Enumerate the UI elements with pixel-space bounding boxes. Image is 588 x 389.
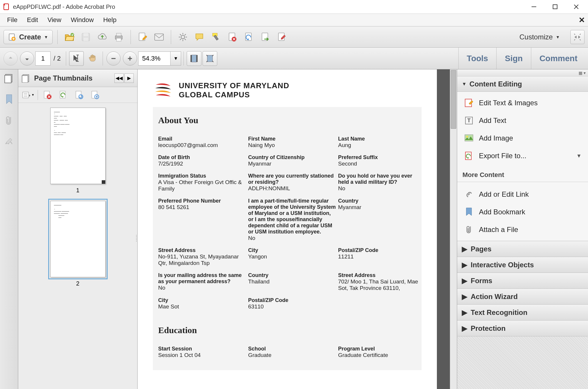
svg-rect-13 [116, 38, 121, 41]
attachments-tab-icon[interactable] [3, 114, 16, 127]
create-button[interactable]: Create ▼ [4, 30, 53, 44]
maximize-button[interactable] [544, 0, 566, 14]
thumbnails-tab-icon[interactable] [3, 72, 16, 85]
svg-rect-12 [116, 33, 121, 36]
svg-point-61 [466, 136, 468, 138]
page-number-input[interactable] [35, 51, 51, 66]
svg-rect-2 [553, 5, 557, 9]
document-scroll[interactable]: UNIVERSITY OF MARYLANDGLOBAL CAMPUS Abou… [138, 69, 450, 389]
extract-page-button[interactable] [258, 30, 272, 44]
sign-tab[interactable]: Sign [496, 48, 531, 69]
thumb-delete-button[interactable] [41, 89, 54, 101]
tools-tab[interactable]: Tools [458, 48, 497, 69]
app-icon [3, 3, 10, 10]
add-image-button[interactable]: Add Image [457, 129, 588, 147]
svg-rect-38 [192, 55, 196, 62]
close-button[interactable] [566, 0, 587, 14]
umgc-logo-icon [153, 81, 173, 99]
comment-bubble-button[interactable] [192, 30, 206, 44]
svg-text:T: T [467, 118, 471, 123]
menu-file[interactable]: File [2, 14, 22, 26]
settings-button[interactable] [176, 30, 190, 44]
add-link-button[interactable]: Add or Edit Link [457, 186, 588, 203]
svg-line-24 [180, 39, 181, 40]
svg-rect-39 [191, 55, 192, 62]
edit-text-images-button[interactable]: Edit Text & Images [457, 94, 588, 112]
document-close-button[interactable]: ✕ [579, 16, 585, 25]
highlight-button[interactable] [209, 30, 223, 44]
window-title: eAppPDFLWC.pdf - Adobe Acrobat Pro [13, 4, 115, 10]
thumbnails-panel: Page Thumbnails ◀◀ ▶ ▼ ▬▬▬▬━▬▬▬ ▬▬ ▬▬▬▬▬… [18, 69, 138, 389]
select-tool[interactable] [69, 51, 84, 66]
content-editing-header[interactable]: ▼Content Editing [457, 76, 588, 92]
pages-section[interactable]: ▶Pages [457, 241, 588, 257]
signatures-tab-icon[interactable] [3, 135, 16, 148]
action-wizard-section[interactable]: ▶Action Wizard [457, 288, 588, 304]
panel-options-button[interactable]: ▦ ▾ [457, 69, 588, 76]
print-button[interactable] [112, 30, 126, 44]
comment-tab[interactable]: Comment [531, 48, 586, 69]
mail-button[interactable] [152, 30, 166, 44]
thumb-rotate-button[interactable] [57, 89, 70, 101]
cloud-button[interactable] [95, 30, 109, 44]
thumb-collapse-button[interactable]: ◀◀ [114, 74, 124, 83]
svg-line-22 [185, 39, 186, 40]
hand-tool[interactable] [85, 51, 100, 66]
text-recognition-section[interactable]: ▶Text Recognition [457, 304, 588, 320]
open-button[interactable] [62, 30, 76, 44]
expand-toolbar-button[interactable] [570, 30, 584, 44]
zoom-value[interactable]: 54.3% [138, 51, 171, 66]
minimize-button[interactable] [523, 0, 544, 14]
navigation-toolbar: / 2 54.3% ▼ Tools Sign Comment [0, 48, 588, 69]
section-about-you: About You [158, 115, 416, 125]
fit-page-button[interactable] [203, 51, 217, 66]
section-education: Education [158, 325, 416, 335]
main-toolbar: Create ▼ Customize▼ [0, 26, 588, 48]
nav-strip [0, 69, 18, 389]
forms-section[interactable]: ▶Forms [457, 273, 588, 288]
interactive-objects-section[interactable]: ▶Interactive Objects [457, 257, 588, 273]
zoom-dropdown[interactable]: ▼ [171, 51, 181, 66]
svg-rect-41 [207, 55, 213, 62]
add-bookmark-button[interactable]: Add Bookmark [457, 203, 588, 221]
page-total-label: / 2 [54, 55, 61, 62]
menu-view[interactable]: View [43, 14, 66, 26]
zoom-in-button[interactable] [123, 51, 137, 66]
edit-page-button[interactable] [275, 30, 289, 44]
more-content-header: More Content [457, 167, 588, 182]
customize-button[interactable]: Customize▼ [515, 33, 564, 41]
delete-page-button[interactable] [225, 30, 239, 44]
vertical-scrollbar[interactable] [450, 69, 457, 389]
bookmarks-tab-icon[interactable] [3, 93, 16, 106]
prev-page-button[interactable] [4, 51, 18, 66]
next-page-button[interactable] [20, 51, 34, 66]
thumb-next-button[interactable]: ▶ [124, 74, 134, 83]
title-bar: eAppPDFLWC.pdf - Adobe Acrobat Pro [0, 0, 588, 14]
fit-width-button[interactable] [187, 51, 201, 66]
menu-window[interactable]: Window [66, 14, 98, 26]
thumb-extract-button[interactable] [88, 89, 101, 101]
svg-rect-60 [465, 135, 473, 141]
menu-edit[interactable]: Edit [22, 14, 43, 26]
add-text-button[interactable]: TAdd Text [457, 112, 588, 129]
svg-rect-40 [196, 55, 198, 62]
svg-rect-15 [155, 34, 163, 40]
svg-point-16 [181, 35, 185, 39]
svg-line-23 [185, 34, 186, 35]
edit-pdf-button[interactable] [136, 30, 150, 44]
thumbnail-page-1[interactable]: ▬▬▬▬━▬▬▬ ▬▬ ▬▬▬▬▬▬▬ ▬▬▬ ▬▬▬▬▬▬▬ ▬▬▬ ▬▬▬▬… [23, 108, 133, 194]
svg-rect-10 [83, 38, 88, 41]
rotate-page-button[interactable] [242, 30, 256, 44]
export-file-button[interactable]: Export File to...▼ [457, 147, 588, 165]
pdf-page: UNIVERSITY OF MARYLANDGLOBAL CAMPUS Abou… [138, 69, 437, 389]
attach-file-button[interactable]: Attach a File [457, 221, 588, 238]
thumb-print-button[interactable] [73, 89, 86, 101]
svg-rect-43 [5, 75, 11, 83]
thumb-options-button[interactable]: ▼ [22, 89, 35, 101]
zoom-out-button[interactable] [106, 51, 121, 66]
thumbnail-page-2[interactable]: ▬▬▬▬▬━▬▬▬▬▬ ▬▬▬▬▬▬▬▬▬ ▬▬▬▬▬ ▬▬▬▬ ▬▬ 2 [23, 201, 133, 287]
menu-help[interactable]: Help [98, 14, 121, 26]
protection-section[interactable]: ▶Protection [457, 320, 588, 336]
save-button[interactable] [79, 30, 93, 44]
thumbnails-title: Page Thumbnails [34, 74, 114, 82]
